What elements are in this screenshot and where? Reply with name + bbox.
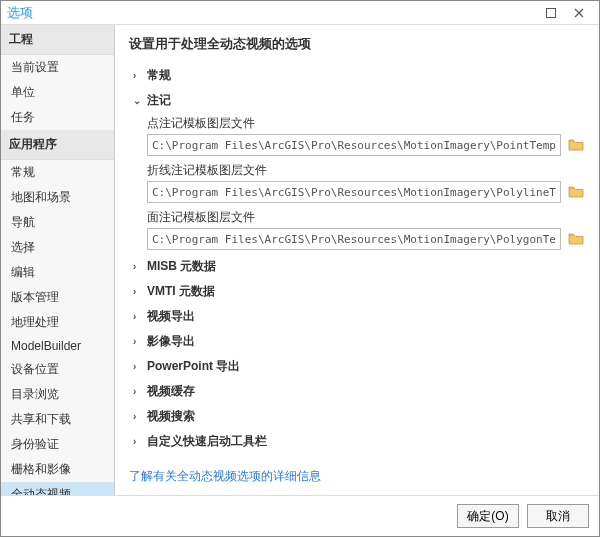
section-vidout: ›视频导出 — [133, 308, 585, 325]
section-vmti: ›VMTI 元数据 — [133, 283, 585, 300]
section-label: MISB 元数据 — [147, 258, 216, 275]
field-label: 面注记模板图层文件 — [147, 209, 585, 226]
category-sidebar[interactable]: 工程当前设置单位任务应用程序常规地图和场景导航选择编辑版本管理地理处理Model… — [1, 25, 115, 495]
section-label: 自定义快速启动工具栏 — [147, 433, 267, 450]
section-toggle[interactable]: ›常规 — [133, 67, 585, 84]
field-label: 折线注记模板图层文件 — [147, 162, 585, 179]
learn-more-link[interactable]: 了解有关全动态视频选项的详细信息 — [129, 469, 321, 483]
path-input[interactable] — [147, 228, 561, 250]
sidebar-group-header: 应用程序 — [1, 130, 114, 160]
dialog-footer: 确定(O) 取消 — [1, 495, 599, 536]
sidebar-item[interactable]: 选择 — [1, 235, 114, 260]
sidebar-item[interactable]: 任务 — [1, 105, 114, 130]
field-row — [147, 134, 585, 156]
section-toggle[interactable]: ›视频缓存 — [133, 383, 585, 400]
options-dialog: 选项 工程当前设置单位任务应用程序常规地图和场景导航选择编辑版本管理地理处理Mo… — [0, 0, 600, 537]
sidebar-item[interactable]: 共享和下载 — [1, 407, 114, 432]
sidebar-item[interactable]: 导航 — [1, 210, 114, 235]
section-label: PowerPoint 导出 — [147, 358, 240, 375]
sidebar-item[interactable]: 全动态视频 — [1, 482, 114, 495]
section-toggle[interactable]: ⌄注记 — [133, 92, 585, 109]
section-toggle[interactable]: ›VMTI 元数据 — [133, 283, 585, 300]
sidebar-item[interactable]: 地理处理 — [1, 310, 114, 335]
sidebar-item[interactable]: 常规 — [1, 160, 114, 185]
sidebar-item[interactable]: 身份验证 — [1, 432, 114, 457]
dialog-body: 工程当前设置单位任务应用程序常规地图和场景导航选择编辑版本管理地理处理Model… — [1, 25, 599, 495]
section-vcache: ›视频缓存 — [133, 383, 585, 400]
chevron-down-icon: ⌄ — [133, 95, 143, 106]
sidebar-item[interactable]: 当前设置 — [1, 55, 114, 80]
section-general: ›常规 — [133, 67, 585, 84]
chevron-right-icon: › — [133, 311, 143, 322]
section-label: 视频导出 — [147, 308, 195, 325]
folder-browse-icon[interactable] — [567, 230, 585, 248]
section-annotation: ⌄注记点注记模板图层文件折线注记模板图层文件面注记模板图层文件 — [133, 92, 585, 250]
chevron-right-icon: › — [133, 386, 143, 397]
section-imgout: ›影像导出 — [133, 333, 585, 350]
section-label: VMTI 元数据 — [147, 283, 215, 300]
section-label: 影像导出 — [147, 333, 195, 350]
chevron-right-icon: › — [133, 411, 143, 422]
chevron-right-icon: › — [133, 261, 143, 272]
sidebar-group-header: 工程 — [1, 25, 114, 55]
chevron-right-icon: › — [133, 436, 143, 447]
folder-browse-icon[interactable] — [567, 183, 585, 201]
sidebar-item[interactable]: 栅格和影像 — [1, 457, 114, 482]
section-label: 常规 — [147, 67, 171, 84]
window-title: 选项 — [7, 4, 33, 22]
chevron-right-icon: › — [133, 70, 143, 81]
section-qat: ›自定义快速启动工具栏 — [133, 433, 585, 450]
section-toggle[interactable]: ›MISB 元数据 — [133, 258, 585, 275]
section-toggle[interactable]: ›PowerPoint 导出 — [133, 358, 585, 375]
titlebar: 选项 — [1, 1, 599, 25]
path-input[interactable] — [147, 181, 561, 203]
ok-button[interactable]: 确定(O) — [457, 504, 519, 528]
section-toggle[interactable]: ›影像导出 — [133, 333, 585, 350]
section-label: 注记 — [147, 92, 171, 109]
section-label: 视频搜索 — [147, 408, 195, 425]
section-toggle[interactable]: ›视频导出 — [133, 308, 585, 325]
page-title: 设置用于处理全动态视频的选项 — [129, 35, 585, 53]
chevron-right-icon: › — [133, 361, 143, 372]
field-row — [147, 181, 585, 203]
section-toggle[interactable]: ›自定义快速启动工具栏 — [133, 433, 585, 450]
section-ppt: ›PowerPoint 导出 — [133, 358, 585, 375]
main-panel: 设置用于处理全动态视频的选项 ›常规⌄注记点注记模板图层文件折线注记模板图层文件… — [115, 25, 599, 495]
section-toggle[interactable]: ›视频搜索 — [133, 408, 585, 425]
chevron-right-icon: › — [133, 336, 143, 347]
close-button[interactable] — [565, 2, 593, 24]
sidebar-item[interactable]: 编辑 — [1, 260, 114, 285]
folder-browse-icon[interactable] — [567, 136, 585, 154]
sidebar-item[interactable]: 设备位置 — [1, 357, 114, 382]
sidebar-item[interactable]: 单位 — [1, 80, 114, 105]
sidebar-item[interactable]: 目录浏览 — [1, 382, 114, 407]
field-label: 点注记模板图层文件 — [147, 115, 585, 132]
section-vsearch: ›视频搜索 — [133, 408, 585, 425]
sidebar-item[interactable]: ModelBuilder — [1, 335, 114, 357]
section-label: 视频缓存 — [147, 383, 195, 400]
field-row — [147, 228, 585, 250]
section-misb: ›MISB 元数据 — [133, 258, 585, 275]
section-body: 点注记模板图层文件折线注记模板图层文件面注记模板图层文件 — [147, 115, 585, 250]
path-input[interactable] — [147, 134, 561, 156]
learn-more-row: 了解有关全动态视频选项的详细信息 — [129, 462, 585, 489]
svg-rect-0 — [547, 8, 556, 17]
sections-container: ›常规⌄注记点注记模板图层文件折线注记模板图层文件面注记模板图层文件›MISB … — [129, 63, 585, 458]
sidebar-item[interactable]: 地图和场景 — [1, 185, 114, 210]
cancel-button[interactable]: 取消 — [527, 504, 589, 528]
sidebar-item[interactable]: 版本管理 — [1, 285, 114, 310]
chevron-right-icon: › — [133, 286, 143, 297]
maximize-button[interactable] — [537, 2, 565, 24]
